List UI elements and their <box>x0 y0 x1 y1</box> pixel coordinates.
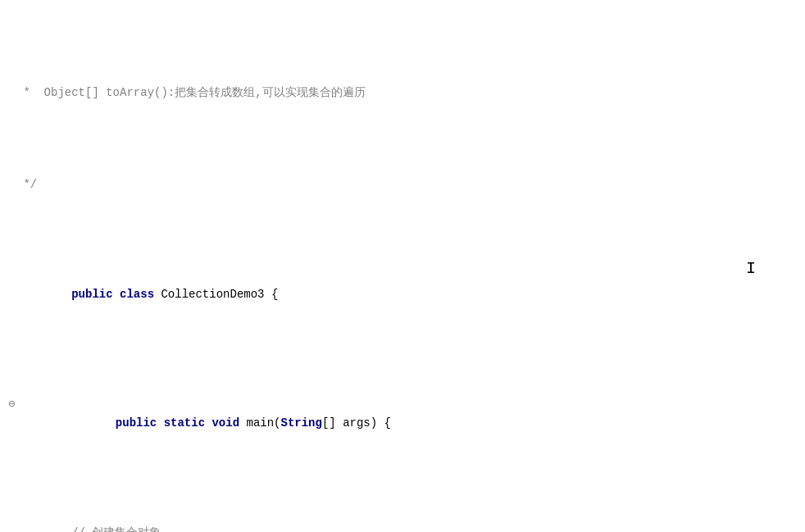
code-area: * Object[] toArray():把集合转成数组,可以实现集合的遍历 *… <box>0 7 805 532</box>
code-line: public class CollectionDemo3 { <box>16 266 789 321</box>
code-line: */ <box>16 175 789 193</box>
code-line: * Object[] toArray():把集合转成数组,可以实现集合的遍历 <box>16 84 789 102</box>
code-line: // 创建集合对象 <box>16 524 789 532</box>
text-cursor: I <box>746 261 756 277</box>
collapse-icon[interactable]: ⊖ <box>8 395 15 413</box>
code-line: ⊖ public static void main(String[] args)… <box>16 395 789 450</box>
editor-container[interactable]: * Object[] toArray():把集合转成数组,可以实现集合的遍历 *… <box>0 0 805 532</box>
